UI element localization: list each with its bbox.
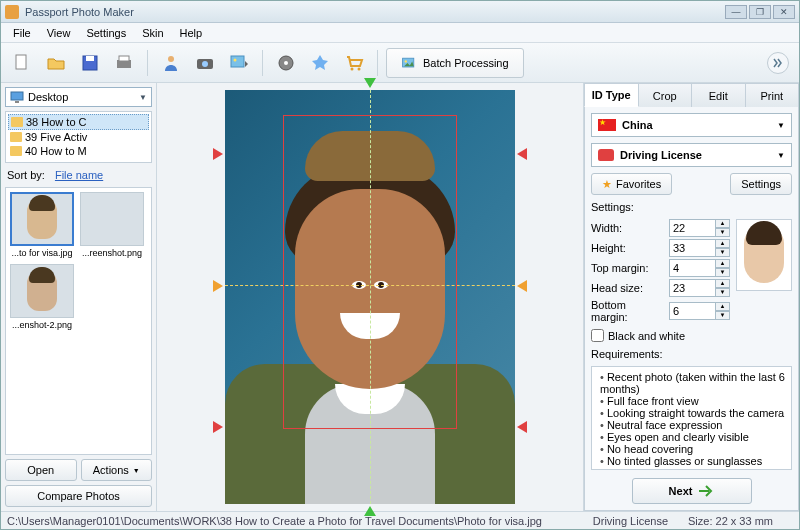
requirements-header: Requirements: (591, 348, 792, 360)
expand-right-panel-button[interactable] (767, 52, 789, 74)
spin-up-icon[interactable]: ▲ (716, 259, 730, 268)
menu-file[interactable]: File (5, 25, 39, 41)
settings-button[interactable]: Settings (730, 173, 792, 195)
close-button[interactable]: ✕ (773, 5, 795, 19)
right-red-marker-icon[interactable] (517, 148, 527, 160)
fav-row: ★ Favorites Settings (591, 173, 792, 195)
spin-down-icon[interactable]: ▼ (716, 311, 730, 320)
folder-icon (10, 132, 22, 142)
status-size: Size: 22 x 33 mm (688, 515, 773, 527)
maximize-button[interactable]: ❐ (749, 5, 771, 19)
left-red-marker-icon[interactable] (213, 148, 223, 160)
folder-item[interactable]: 40 How to M (8, 144, 149, 158)
print-icon[interactable] (109, 48, 139, 78)
menubar: File View Settings Skin Help (1, 23, 799, 43)
spin-down-icon[interactable]: ▼ (716, 288, 730, 297)
tab-id-type[interactable]: ID Type (584, 83, 639, 107)
thumbnail-image (10, 264, 74, 318)
folder-label: 39 Five Activ (25, 131, 87, 143)
country-dropdown[interactable]: China ▼ (591, 113, 792, 137)
thumbnail[interactable]: ...enshot-2.png (10, 264, 74, 330)
favorites-button[interactable]: ★ Favorites (591, 173, 672, 195)
body: Desktop ▼ 38 How to C 39 Five Activ 40 H… (1, 83, 799, 511)
spin-up-icon[interactable]: ▲ (716, 219, 730, 228)
spin-up-icon[interactable]: ▲ (716, 239, 730, 248)
thumbnail-label: ...to for visa.jpg (10, 248, 74, 258)
head-size-row: Head size:▲▼ (591, 279, 730, 297)
tab-print[interactable]: Print (746, 83, 800, 107)
batch-processing-button[interactable]: Batch Processing (386, 48, 524, 78)
image-dropdown-icon[interactable] (224, 48, 254, 78)
new-icon[interactable] (7, 48, 37, 78)
bottom-margin-input[interactable] (669, 302, 716, 320)
thumbnail[interactable]: ...reenshot.png (80, 192, 144, 258)
req-item: No tinted glasses or sunglasses (600, 455, 785, 467)
top-margin-label: Top margin: (591, 262, 665, 274)
right-red-marker-2-icon[interactable] (517, 421, 527, 433)
menu-skin[interactable]: Skin (134, 25, 171, 41)
right-orange-marker-icon[interactable] (517, 280, 527, 292)
folder-item[interactable]: 39 Five Activ (8, 130, 149, 144)
person-icon[interactable] (156, 48, 186, 78)
actions-button[interactable]: Actions▼ (81, 459, 153, 481)
left-red-marker-2-icon[interactable] (213, 421, 223, 433)
width-row: Width:▲▼ (591, 219, 730, 237)
location-combo[interactable]: Desktop ▼ (5, 87, 152, 107)
tab-edit[interactable]: Edit (692, 83, 746, 107)
camera-icon[interactable] (190, 48, 220, 78)
width-input[interactable] (669, 219, 716, 237)
compare-label: Compare Photos (37, 490, 120, 502)
settings-fields: Width:▲▼ Height:▲▼ Top margin:▲▼ Head si… (591, 219, 730, 323)
next-row: Next (591, 476, 792, 504)
effects-icon[interactable] (271, 48, 301, 78)
folder-tree[interactable]: 38 How to C 39 Five Activ 40 How to M (5, 111, 152, 163)
width-spinner[interactable]: ▲▼ (669, 219, 730, 237)
spin-down-icon[interactable]: ▼ (716, 248, 730, 257)
svg-point-13 (358, 67, 361, 70)
top-marker-icon[interactable] (364, 78, 376, 88)
batch-icon (401, 55, 417, 71)
head-size-input[interactable] (669, 279, 716, 297)
svg-rect-8 (231, 56, 244, 67)
sort-link[interactable]: File name (55, 169, 103, 181)
menu-help[interactable]: Help (172, 25, 211, 41)
chevron-down-icon: ▼ (777, 121, 785, 130)
tab-crop[interactable]: Crop (639, 83, 693, 107)
right-inner: China ▼ Driving License ▼ ★ Favorites Se… (584, 107, 799, 511)
cart-icon[interactable] (339, 48, 369, 78)
height-spinner[interactable]: ▲▼ (669, 239, 730, 257)
left-panel: Desktop ▼ 38 How to C 39 Five Activ 40 H… (1, 83, 157, 511)
svg-rect-2 (86, 56, 94, 61)
open-button[interactable]: Open (5, 459, 77, 481)
thumbnail[interactable]: ...to for visa.jpg (10, 192, 74, 258)
folder-item[interactable]: 38 How to C (8, 114, 149, 130)
svg-point-5 (168, 56, 174, 62)
arrow-right-icon (698, 485, 714, 497)
svg-point-11 (284, 61, 288, 65)
spin-down-icon[interactable]: ▼ (716, 228, 730, 237)
compare-photos-button[interactable]: Compare Photos (5, 485, 152, 507)
doc-type-dropdown[interactable]: Driving License ▼ (591, 143, 792, 167)
menu-settings[interactable]: Settings (78, 25, 134, 41)
bottom-marker-icon[interactable] (364, 506, 376, 516)
height-input[interactable] (669, 239, 716, 257)
open-folder-icon[interactable] (41, 48, 71, 78)
minimize-button[interactable]: — (725, 5, 747, 19)
top-margin-input[interactable] (669, 259, 716, 277)
spin-up-icon[interactable]: ▲ (716, 279, 730, 288)
adjust-icon[interactable] (305, 48, 335, 78)
menu-view[interactable]: View (39, 25, 79, 41)
bw-checkbox[interactable] (591, 329, 604, 342)
next-button[interactable]: Next (632, 478, 752, 504)
folder-label: 40 How to M (25, 145, 87, 157)
head-size-spinner[interactable]: ▲▼ (669, 279, 730, 297)
bottom-margin-spinner[interactable]: ▲▼ (669, 302, 730, 320)
top-margin-spinner[interactable]: ▲▼ (669, 259, 730, 277)
spin-down-icon[interactable]: ▼ (716, 268, 730, 277)
app-icon (5, 5, 19, 19)
save-icon[interactable] (75, 48, 105, 78)
settings-btn-label: Settings (741, 178, 781, 190)
editor-canvas[interactable] (157, 83, 583, 511)
left-orange-marker-icon[interactable] (213, 280, 223, 292)
spin-up-icon[interactable]: ▲ (716, 302, 730, 311)
